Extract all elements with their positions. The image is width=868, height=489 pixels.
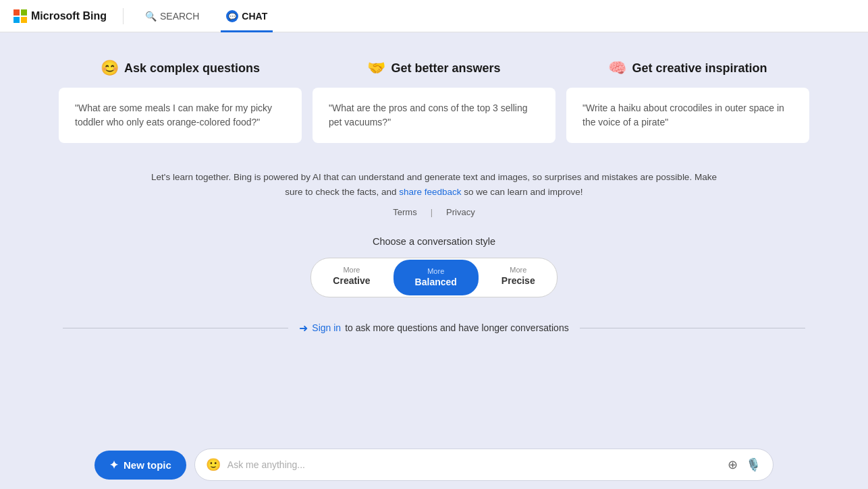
feature-column-2: 🤝 Get better answers "What are the pros …: [313, 59, 555, 143]
new-topic-label: New topic: [124, 459, 171, 471]
signin-line-left: [63, 328, 288, 328]
feature-heading-2: 🤝 Get better answers: [367, 59, 500, 77]
search-nav-link[interactable]: 🔍 SEARCH: [140, 8, 205, 24]
feature-section: 😊 Ask complex questions "What are some m…: [29, 59, 839, 143]
ms-logo-icon: [13, 9, 27, 23]
feature-column-3: 🧠 Get creative inspiration "Write a haik…: [566, 59, 809, 143]
feature-heading-3: 🧠 Get creative inspiration: [608, 59, 767, 77]
signin-line-right: [580, 328, 805, 328]
disclaimer: Let's learn together. Bing is powered by…: [144, 170, 724, 199]
navbar: Microsoft Bing 🔍 SEARCH 💬 CHAT: [0, 0, 868, 32]
nav-divider: [123, 8, 124, 24]
share-feedback-link[interactable]: share feedback: [399, 187, 461, 197]
svg-rect-1: [21, 9, 27, 16]
feature-card-text-1: "What are some meals I can make for my p…: [75, 101, 286, 130]
chat-nav-tab[interactable]: 💬 CHAT: [221, 0, 273, 32]
signin-message: to ask more questions and have longer co…: [345, 322, 569, 333]
feature-card-text-3: "Write a haiku about crocodiles in outer…: [582, 101, 793, 130]
balanced-button[interactable]: More Balanced: [394, 260, 479, 295]
main-content: 😊 Ask complex questions "What are some m…: [0, 32, 868, 489]
precise-label: Precise: [501, 275, 535, 287]
conv-style-buttons: More Creative More Balanced More Precise: [310, 258, 557, 297]
conversation-style-section: Choose a conversation style More Creativ…: [310, 236, 557, 297]
search-nav-label: SEARCH: [160, 11, 199, 22]
creative-more-label: More: [343, 265, 360, 275]
feature-heading-1: 😊 Ask complex questions: [101, 59, 260, 77]
terms-link[interactable]: Terms: [393, 207, 416, 217]
signin-text: ➜ Sign in to ask more questions and have…: [288, 322, 579, 335]
logo-text: Microsoft Bing: [31, 10, 107, 22]
creative-label: Creative: [333, 275, 370, 287]
microphone-button[interactable]: 🎙️: [744, 456, 762, 473]
signin-link[interactable]: Sign in: [312, 322, 341, 333]
signin-arrow-icon: ➜: [299, 322, 308, 335]
feature-title-2: Get better answers: [391, 61, 500, 76]
precise-button[interactable]: More Precise: [480, 258, 557, 296]
logo[interactable]: Microsoft Bing: [13, 9, 107, 23]
feature-emoji-1: 😊: [101, 59, 119, 77]
signin-section: ➜ Sign in to ask more questions and have…: [63, 322, 805, 335]
feature-card-3: "Write a haiku about crocodiles in outer…: [566, 88, 809, 143]
bottom-bar: ✦ New topic 🙂 ⊕ 🎙️: [0, 440, 868, 489]
feature-title-3: Get creative inspiration: [632, 61, 767, 76]
emoji-face-icon: 🙂: [206, 457, 221, 472]
terms-row: Terms | Privacy: [393, 207, 474, 217]
privacy-link[interactable]: Privacy: [446, 207, 475, 217]
ask-input[interactable]: [227, 459, 720, 470]
feature-emoji-3: 🧠: [608, 59, 626, 77]
image-capture-button[interactable]: ⊕: [726, 456, 739, 473]
disclaimer-text2: so we can learn and improve!: [462, 187, 583, 197]
chat-nav-label: CHAT: [242, 11, 267, 22]
precise-more-label: More: [510, 265, 526, 275]
feature-card-1: "What are some meals I can make for my p…: [59, 88, 302, 143]
feature-card-2: "What are the pros and cons of the top 3…: [313, 88, 555, 143]
balanced-more-label: More: [427, 266, 444, 276]
feature-emoji-2: 🤝: [367, 59, 385, 77]
svg-rect-2: [13, 17, 20, 23]
new-topic-button[interactable]: ✦ New topic: [94, 451, 186, 480]
feature-title-1: Ask complex questions: [124, 61, 260, 76]
sparkle-icon: ✦: [109, 459, 118, 471]
search-tools: ⊕ 🎙️: [726, 456, 762, 473]
search-icon: 🔍: [145, 11, 157, 22]
search-input-container: 🙂 ⊕ 🎙️: [194, 449, 774, 481]
conv-style-label: Choose a conversation style: [373, 236, 495, 247]
terms-divider: |: [431, 207, 433, 217]
feature-card-text-2: "What are the pros and cons of the top 3…: [329, 101, 539, 130]
creative-button[interactable]: More Creative: [311, 258, 391, 296]
svg-rect-3: [21, 17, 27, 23]
feature-column-1: 😊 Ask complex questions "What are some m…: [59, 59, 302, 143]
balanced-label: Balanced: [415, 276, 457, 288]
svg-rect-0: [13, 9, 20, 16]
chat-icon: 💬: [226, 10, 238, 22]
